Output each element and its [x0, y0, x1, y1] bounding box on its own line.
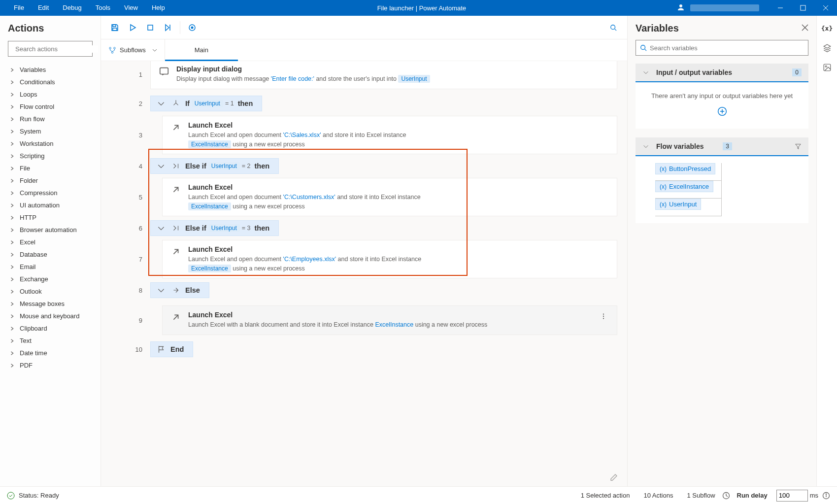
branch-alt-icon	[171, 162, 180, 170]
chevron-down-icon	[152, 47, 158, 53]
action-category[interactable]: UI automation	[0, 199, 100, 211]
action-category[interactable]: Folder	[0, 174, 100, 187]
step-desc: Launch Excel with a blank document and s…	[188, 320, 598, 330]
save-button[interactable]	[107, 20, 123, 35]
eraser-icon[interactable]	[609, 473, 618, 483]
action-category[interactable]: Outlook	[0, 285, 100, 298]
add-variable-button[interactable]	[645, 106, 799, 119]
chevron-down-icon	[157, 224, 166, 233]
end-block[interactable]: End	[150, 341, 193, 357]
step-desc: Display input dialog with message 'Enter…	[176, 74, 430, 84]
action-category[interactable]: Flow control	[0, 101, 100, 113]
step-launch-excel-employees[interactable]: Launch Excel Launch Excel and open docum…	[162, 240, 617, 279]
subflow-count: 1 Subflow	[687, 492, 715, 499]
launch-icon	[170, 184, 181, 195]
more-button[interactable]	[598, 311, 609, 323]
action-category[interactable]: System	[0, 125, 100, 137]
io-variables-section[interactable]: Input / output variables 0	[636, 64, 808, 82]
line-number: 3	[101, 132, 150, 139]
else-block-header[interactable]: Else	[150, 282, 209, 298]
elseif-block-header[interactable]: Else if UserInput = 3 then	[150, 220, 279, 236]
action-category[interactable]: Loops	[0, 88, 100, 101]
stop-button[interactable]	[142, 20, 158, 35]
filter-icon[interactable]	[795, 143, 802, 150]
action-category[interactable]: Database	[0, 248, 100, 261]
toolbar-search-button[interactable]	[605, 20, 621, 35]
clock-icon	[722, 492, 730, 500]
line-number: 9	[101, 317, 150, 324]
if-block-header[interactable]: If UserInput = 1 then	[150, 96, 262, 111]
variable-chip[interactable]: (x)UserInput	[655, 199, 701, 210]
menu-view[interactable]: View	[117, 0, 145, 16]
record-button[interactable]	[184, 20, 200, 35]
actions-search-input[interactable]	[15, 45, 98, 53]
step-launch-excel-customers[interactable]: Launch Excel Launch Excel and open docum…	[162, 178, 617, 217]
action-category[interactable]: HTTP	[0, 211, 100, 224]
flow-area[interactable]: 1 Display input dialog Display input dia…	[101, 61, 627, 486]
action-category[interactable]: Run flow	[0, 113, 100, 125]
action-category[interactable]: Clipboard	[0, 322, 100, 335]
dialog-icon	[159, 66, 169, 77]
maximize-button[interactable]	[792, 0, 814, 16]
svg-rect-8	[113, 28, 117, 31]
close-panel-button[interactable]	[802, 24, 808, 33]
variables-search[interactable]	[636, 40, 808, 56]
step-button[interactable]	[160, 20, 176, 35]
svg-point-23	[603, 318, 604, 319]
action-category[interactable]: Email	[0, 261, 100, 273]
close-button[interactable]	[814, 0, 837, 16]
action-category[interactable]: Message boxes	[0, 298, 100, 310]
minimize-button[interactable]	[769, 0, 792, 16]
step-launch-excel-sales[interactable]: Launch Excel Launch Excel and open docum…	[162, 116, 617, 155]
action-category[interactable]: Date time	[0, 347, 100, 359]
layers-rail-button[interactable]	[822, 42, 833, 53]
action-category[interactable]: Scripting	[0, 150, 100, 162]
chevron-down-icon	[642, 143, 649, 150]
action-category[interactable]: Mouse and keyboard	[0, 310, 100, 322]
actions-search[interactable]	[8, 41, 93, 57]
info-icon[interactable]	[822, 492, 830, 500]
svg-marker-11	[166, 25, 169, 31]
subflows-dropdown[interactable]: Subflows	[106, 39, 165, 61]
svg-point-33	[7, 492, 14, 499]
step-display-input-dialog[interactable]: Display input dialog Display input dialo…	[150, 61, 617, 89]
profile-icon[interactable]	[676, 3, 685, 13]
flag-icon	[157, 345, 166, 354]
variables-rail-button[interactable]: {x}	[822, 23, 833, 34]
action-category[interactable]: File	[0, 162, 100, 174]
variables-search-input[interactable]	[650, 44, 804, 52]
action-category[interactable]: Excel	[0, 236, 100, 248]
elseif-block-header[interactable]: Else if UserInput = 2 then	[150, 158, 279, 174]
action-category[interactable]: Browser automation	[0, 224, 100, 236]
step-launch-excel-blank[interactable]: Launch Excel Launch Excel with a blank d…	[162, 305, 617, 335]
launch-icon	[170, 122, 181, 133]
actions-list[interactable]: VariablesConditionalsLoopsFlow controlRu…	[0, 62, 100, 486]
actions-count: 10 Actions	[643, 492, 673, 499]
flow-variables-section[interactable]: Flow variables 3	[636, 137, 808, 156]
run-button[interactable]	[125, 20, 140, 35]
tab-main[interactable]: Main	[165, 39, 238, 61]
menu-file[interactable]: File	[7, 0, 31, 16]
action-category[interactable]: Text	[0, 335, 100, 347]
menu-tools[interactable]: Tools	[89, 0, 117, 16]
chevron-down-icon	[157, 286, 166, 295]
action-category[interactable]: Conditionals	[0, 76, 100, 88]
step-title: Launch Excel	[188, 121, 406, 129]
variable-chip[interactable]: (x)ButtonPressed	[655, 163, 715, 174]
action-category[interactable]: PDF	[0, 359, 100, 371]
images-rail-button[interactable]	[822, 62, 833, 73]
svg-marker-9	[131, 25, 135, 31]
run-delay-input[interactable]	[776, 490, 808, 502]
variable-chip[interactable]: (x)ExcelInstance	[655, 181, 713, 192]
svg-point-15	[611, 25, 615, 29]
menu-help[interactable]: Help	[145, 0, 172, 16]
action-category[interactable]: Exchange	[0, 273, 100, 285]
action-category[interactable]: Variables	[0, 64, 100, 76]
action-category[interactable]: Workstation	[0, 137, 100, 150]
menu-debug[interactable]: Debug	[56, 0, 88, 16]
svg-point-14	[191, 26, 194, 29]
menu-edit[interactable]: Edit	[31, 0, 56, 16]
line-number: 4	[101, 163, 150, 170]
chevron-down-icon	[157, 99, 166, 108]
action-category[interactable]: Compression	[0, 187, 100, 199]
